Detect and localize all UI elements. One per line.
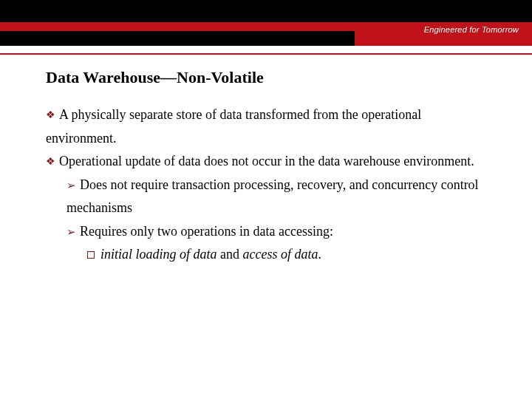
bullet-text: A physically separate store of data tran… <box>46 107 421 146</box>
arrow-bullet-icon: ➢ <box>66 220 80 244</box>
header-black-inset <box>0 31 355 46</box>
bullet-item: ❖A physically separate store of data tra… <box>46 103 495 150</box>
bullet-item: initial loading of data and access of da… <box>87 243 495 267</box>
bullet-text: Does not require transaction processing,… <box>66 177 479 216</box>
bullet-text: and <box>217 247 243 262</box>
bullet-text-italic: initial loading of data <box>100 247 217 262</box>
header-black-bar <box>0 0 532 22</box>
square-bullet-icon <box>87 243 100 267</box>
slide-title: Data Warehouse—Non-Volatile <box>46 68 495 87</box>
bullet-item: ➢Requires only two operations in data ac… <box>66 220 495 244</box>
header-tagline: Engineered for Tomorrow <box>424 25 519 34</box>
bullet-text: Requires only two operations in data acc… <box>80 224 333 239</box>
bullet-text: Operational update of data does not occu… <box>59 154 474 168</box>
diamond-bullet-icon: ❖ <box>46 150 59 174</box>
slide-content: Data Warehouse—Non-Volatile ❖A physicall… <box>0 55 532 267</box>
bullet-text-italic: access of data <box>243 247 318 262</box>
bullet-text: . <box>318 247 322 262</box>
diamond-bullet-icon: ❖ <box>46 103 59 127</box>
bullet-item: ❖Operational update of data does not occ… <box>46 150 495 174</box>
slide-header: Engineered for Tomorrow <box>0 0 532 46</box>
slide-body: ❖A physically separate store of data tra… <box>46 103 495 267</box>
header-red-bar: Engineered for Tomorrow <box>0 22 532 46</box>
bullet-item: ➢Does not require transaction processing… <box>66 174 495 220</box>
arrow-bullet-icon: ➢ <box>66 174 80 197</box>
